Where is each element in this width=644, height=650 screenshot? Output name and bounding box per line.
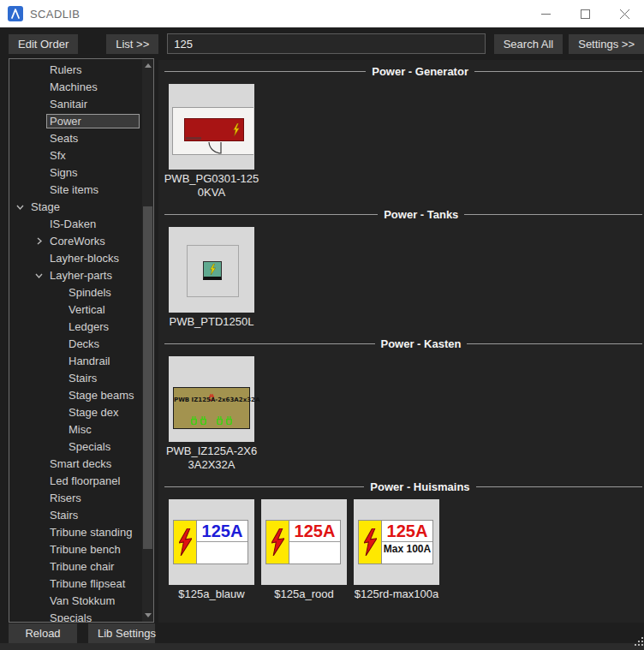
tree-item-van-stokkum[interactable]: Van Stokkum bbox=[9, 592, 142, 609]
chevron-spacer bbox=[32, 578, 46, 588]
tree-item-label[interactable]: Rulers bbox=[46, 63, 86, 77]
reload-button[interactable]: Reload bbox=[9, 623, 77, 643]
toolbar: Edit Order List >> Search All Settings >… bbox=[0, 27, 644, 60]
tree-item-stage-dex[interactable]: Stage dex bbox=[9, 403, 142, 420]
tree-item-layher-blocks[interactable]: Layher-blocks bbox=[9, 249, 142, 266]
tree-item-site-items[interactable]: Site items bbox=[9, 181, 142, 198]
tree-item-risers[interactable]: Risers bbox=[9, 489, 142, 506]
tree-item-stage[interactable]: Stage bbox=[9, 198, 142, 215]
tree-item-label[interactable]: IS-Daken bbox=[46, 217, 99, 231]
tree-item-tribune-chair[interactable]: Tribune chair bbox=[9, 558, 142, 575]
tree-item-label[interactable]: Sfx bbox=[46, 148, 69, 163]
tree-item-layher-parts[interactable]: Layher-parts bbox=[9, 266, 142, 283]
tree-item-label[interactable]: CoreWorks bbox=[46, 234, 109, 248]
tree-item-label[interactable]: Stage dex bbox=[65, 405, 122, 420]
tree-item-label[interactable]: Decks bbox=[65, 337, 103, 351]
tree-item-label[interactable]: Stage beams bbox=[65, 388, 138, 403]
library-results: Power - Generator PWB_PG0301-1250KVAPowe… bbox=[158, 60, 644, 643]
tree-item-label[interactable]: Risers bbox=[46, 491, 85, 505]
tree-item-label[interactable]: Van Stokkum bbox=[46, 593, 118, 608]
tree-item-stairs[interactable]: Stairs bbox=[9, 369, 142, 386]
tree-item-label[interactable]: Tribune flipseat bbox=[46, 576, 128, 591]
tree-item-label[interactable]: Spindels bbox=[65, 285, 115, 300]
tree-item-label[interactable]: Site items bbox=[46, 182, 102, 197]
lib-settings-button[interactable]: Lib Settings bbox=[88, 623, 155, 643]
tree-item-label[interactable]: Ledgers bbox=[65, 319, 112, 334]
tree-item-stage-beams[interactable]: Stage beams bbox=[9, 386, 142, 403]
search-all-button[interactable]: Search All bbox=[494, 34, 564, 54]
tree-item-spindels[interactable]: Spindels bbox=[9, 283, 142, 301]
tree-item-tribune-bench[interactable]: Tribune bench bbox=[9, 540, 142, 558]
tree-item-ledgers[interactable]: Ledgers bbox=[9, 318, 142, 335]
tree-item-label[interactable]: Tribune chair bbox=[46, 559, 117, 574]
chevron-spacer bbox=[32, 218, 46, 229]
library-item: PWB_PG0301-1250KVA bbox=[169, 84, 254, 200]
tree-item-label[interactable]: Misc bbox=[65, 422, 95, 437]
resize-grip[interactable] bbox=[635, 634, 643, 649]
chevron-down-icon[interactable] bbox=[32, 270, 46, 280]
tree-item-led-floorpanel[interactable]: Led floorpanel bbox=[9, 472, 142, 489]
tree-item-label[interactable]: Smart decks bbox=[46, 456, 115, 471]
tree-item-label[interactable]: Tribune bench bbox=[46, 542, 124, 557]
chevron-spacer bbox=[51, 355, 65, 366]
tree-item-seats[interactable]: Seats bbox=[9, 129, 142, 146]
tree-item-machines[interactable]: Machines bbox=[9, 78, 142, 95]
tree-item-label[interactable]: Stairs bbox=[46, 508, 81, 522]
tree-item-signs[interactable]: Signs bbox=[9, 164, 142, 181]
tree-item-handrail[interactable]: Handrail bbox=[9, 352, 142, 369]
tree-item-specials[interactable]: Specials bbox=[9, 438, 142, 455]
plug-icons bbox=[190, 415, 207, 425]
list-toggle-button[interactable]: List >> bbox=[106, 34, 158, 54]
tree-item-label[interactable]: Signs bbox=[46, 165, 81, 180]
library-item: PWB_PTD1250L bbox=[169, 227, 254, 329]
tree-item-coreworks[interactable]: CoreWorks bbox=[9, 232, 142, 249]
scroll-up-icon[interactable] bbox=[142, 59, 153, 72]
tree-item-specials[interactable]: Specials bbox=[9, 609, 142, 623]
search-input[interactable] bbox=[167, 33, 485, 54]
minimize-button[interactable] bbox=[526, 0, 565, 27]
close-button[interactable] bbox=[605, 0, 644, 27]
chevron-right-icon[interactable] bbox=[32, 236, 46, 246]
tree-item-power[interactable]: Power bbox=[9, 112, 142, 129]
tree-item-sfx[interactable]: Sfx bbox=[9, 146, 142, 164]
tree-item-stairs[interactable]: Stairs bbox=[9, 506, 142, 523]
tree-item-label[interactable]: Vertical bbox=[65, 302, 109, 317]
tree-item-label[interactable]: Specials bbox=[65, 439, 114, 454]
tree-item-smart-decks[interactable]: Smart decks bbox=[9, 455, 142, 472]
tree-item-label[interactable]: Seats bbox=[46, 131, 81, 146]
tree-scrollbar-thumb[interactable] bbox=[143, 206, 152, 549]
edit-order-button[interactable]: Edit Order bbox=[9, 34, 78, 54]
maximize-button[interactable] bbox=[565, 0, 605, 27]
item-thumbnail-pwb-iz125a-2x63a2x32a[interactable]: PWB IZ125A-2x63A2x32A bbox=[169, 356, 254, 442]
scroll-down-icon[interactable] bbox=[142, 609, 153, 622]
tree-item-label[interactable]: Tribune standing bbox=[46, 525, 135, 540]
tree-item-tribune-flipseat[interactable]: Tribune flipseat bbox=[9, 575, 142, 592]
item-thumbnail--125a-rood[interactable]: 125A bbox=[261, 499, 347, 585]
tree-item-label[interactable]: Handrail bbox=[65, 354, 113, 368]
chevron-spacer bbox=[32, 98, 46, 109]
tree-item-label[interactable]: Stairs bbox=[65, 371, 100, 385]
chevron-down-icon[interactable] bbox=[13, 201, 27, 212]
tree-scrollbar[interactable] bbox=[142, 59, 153, 622]
tree-item-label[interactable]: Layher-parts bbox=[46, 268, 116, 283]
tree-item-label[interactable]: Machines bbox=[46, 80, 101, 94]
tree-item-is-daken[interactable]: IS-Daken bbox=[9, 215, 142, 232]
tree-item-label[interactable]: Stage bbox=[27, 200, 63, 214]
item-thumbnail--125rd-max100a[interactable]: 125A Max 100A bbox=[354, 499, 439, 585]
tree-item-rulers[interactable]: Rulers bbox=[9, 61, 142, 78]
item-thumbnail--125a-blauw[interactable]: 125A bbox=[169, 499, 254, 585]
tree-item-label[interactable]: Specials bbox=[46, 611, 95, 623]
tree-item-misc[interactable]: Misc bbox=[9, 420, 142, 438]
footer-bar: Reload Lib Settings bbox=[0, 623, 644, 643]
tree-item-tribune-standing[interactable]: Tribune standing bbox=[9, 523, 142, 540]
tree-item-label[interactable]: Power bbox=[46, 114, 140, 128]
tree-item-sanitair[interactable]: Sanitair bbox=[9, 95, 142, 112]
tree-item-label[interactable]: Layher-blocks bbox=[46, 251, 122, 265]
tree-item-vertical[interactable]: Vertical bbox=[9, 301, 142, 318]
tree-item-decks[interactable]: Decks bbox=[9, 335, 142, 352]
settings-toggle-button[interactable]: Settings >> bbox=[569, 34, 644, 54]
tree-item-label[interactable]: Led floorpanel bbox=[46, 474, 123, 488]
item-thumbnail-pwb-pg0301-1250kva[interactable] bbox=[169, 84, 254, 170]
tree-item-label[interactable]: Sanitair bbox=[46, 97, 91, 111]
item-thumbnail-pwb-ptd1250l[interactable] bbox=[169, 227, 254, 313]
